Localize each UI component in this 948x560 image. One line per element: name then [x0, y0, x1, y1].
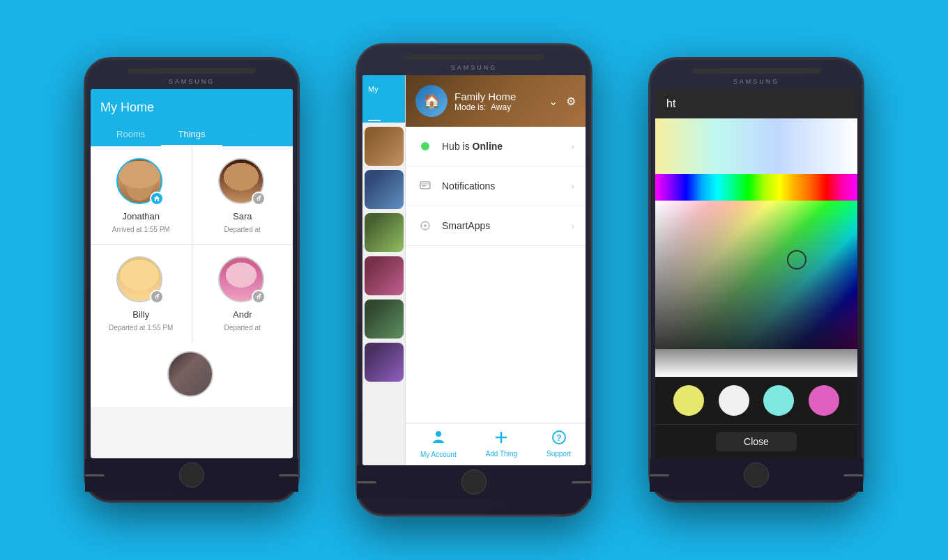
run-icon-3 — [255, 293, 262, 300]
left-header: My Home Rooms Things ··· — [91, 89, 293, 146]
phone-right: SAMSUNG ht — [648, 57, 864, 503]
phone-left: SAMSUNG My Home Rooms Things ··· — [84, 57, 300, 503]
bottom-nav-support[interactable]: ? Support — [546, 430, 571, 458]
andrea-avatar-wrapper — [218, 256, 267, 305]
home-name: Family Home — [454, 91, 542, 102]
menu-item-notifications[interactable]: Notifications › — [406, 166, 586, 206]
room-thumb-2 — [365, 170, 404, 209]
partial-rooms-strip: My — [362, 75, 406, 465]
left-tabs: Rooms Things ··· — [100, 123, 283, 146]
home-icon-circle: 🏠 — [415, 85, 448, 117]
right-header: ht — [655, 89, 857, 118]
right-phone-screen: ht — [655, 89, 857, 458]
bottom-nav-my-account[interactable]: My Account — [420, 429, 457, 458]
smartapps-label: SmartApps — [442, 220, 563, 231]
phones-container: SAMSUNG My Home Rooms Things ··· — [0, 0, 948, 560]
andrea-status: Departed at — [224, 324, 261, 332]
right-nav-recent — [843, 474, 863, 476]
svg-point-13 — [436, 431, 441, 437]
swatch-pink[interactable] — [809, 385, 839, 416]
smartapps-icon — [417, 217, 434, 234]
plus-icon — [494, 430, 509, 445]
room-thumb-3 — [365, 213, 404, 252]
dog-avatar — [167, 351, 213, 397]
tab-rooms[interactable]: Rooms — [100, 123, 161, 146]
support-label: Support — [546, 450, 571, 458]
swatch-cyan[interactable] — [763, 385, 794, 416]
menu-item-hub[interactable]: Hub is Online › — [406, 127, 586, 166]
nav-indicator — [85, 474, 105, 476]
person-icon — [431, 429, 446, 444]
add-thing-label: Add Thing — [486, 450, 517, 458]
tab-extra[interactable]: ··· — [222, 123, 283, 146]
center-phone-brand: SAMSUNG — [357, 64, 591, 71]
jonathan-name: Jonathan — [123, 211, 160, 221]
partial-header: My — [362, 75, 405, 103]
person-cell-sara[interactable]: Sara Departed at — [192, 147, 293, 244]
dog-avatar-wrapper — [167, 351, 216, 400]
settings-gear-icon[interactable]: ⚙ — [566, 95, 576, 108]
center-bottom-nav: My Account Add Thing — [406, 423, 586, 465]
center-top-banner: 🏠 Family Home Mode is: Away ⌄ ⚙ — [406, 75, 586, 127]
my-account-label: My Account — [420, 451, 457, 458]
notifications-label: Notifications — [442, 180, 563, 192]
color-picker-knob[interactable] — [787, 250, 806, 270]
run-icon-2 — [153, 293, 160, 300]
person-cell-andrea[interactable]: Andr Departed at — [192, 245, 293, 343]
center-main-overlay: 🏠 Family Home Mode is: Away ⌄ ⚙ — [406, 75, 586, 465]
room-thumb-4 — [365, 256, 404, 295]
sara-status-badge — [252, 192, 266, 205]
person-cell-jonathan[interactable]: Jonathan Arrived at 1:55 PM — [91, 147, 192, 244]
swatch-white[interactable] — [719, 385, 749, 416]
svg-point-1 — [259, 196, 261, 198]
hub-online-label: Online — [473, 141, 503, 152]
dog-cell — [91, 343, 293, 407]
billy-avatar-wrapper — [116, 256, 165, 305]
phone-center: SAMSUNG My — [356, 43, 592, 517]
my-home-title: My Home — [100, 100, 283, 115]
swatch-yellow[interactable] — [673, 385, 704, 416]
andrea-status-badge — [252, 290, 266, 304]
left-phone-top-bar — [128, 68, 256, 74]
svg-point-8 — [424, 224, 427, 227]
room-thumb-1 — [365, 127, 404, 166]
jonathan-avatar-wrapper — [116, 158, 165, 207]
bottom-nav-add-thing[interactable]: Add Thing — [486, 430, 517, 458]
home-icon-inner: 🏠 — [423, 93, 441, 109]
andrea-name: Andr — [233, 309, 252, 320]
right-phone-brand: SAMSUNG — [650, 78, 863, 85]
partial-header-text: My — [368, 85, 379, 93]
right-nav-back — [650, 474, 669, 476]
right-header-title: ht — [666, 98, 675, 110]
home-icon — [153, 195, 160, 202]
notifications-icon — [417, 178, 434, 194]
chevron-down-icon[interactable]: ⌄ — [549, 95, 558, 108]
left-home-button[interactable] — [179, 462, 204, 488]
color-saturation-area[interactable] — [655, 201, 857, 349]
menu-item-smartapps[interactable]: SmartApps › — [406, 206, 586, 246]
nav-indicator-2 — [279, 474, 298, 476]
color-gradient-top — [655, 118, 857, 174]
billy-status: Departed at 1:55 PM — [109, 324, 173, 332]
tab-things[interactable]: Things — [161, 123, 222, 146]
person-cell-billy[interactable]: Billy Departed at 1:55 PM — [91, 245, 192, 343]
center-nav-recent — [572, 481, 591, 483]
right-home-button[interactable] — [744, 462, 769, 488]
mode-value: Away — [491, 102, 511, 112]
hub-status-text: Hub is Online — [442, 141, 563, 152]
center-home-button[interactable] — [461, 469, 487, 495]
left-phone-brand: SAMSUNG — [85, 78, 298, 85]
color-spectrum-strip[interactable] — [655, 174, 857, 201]
svg-point-2 — [158, 294, 160, 296]
center-home-info: Family Home Mode is: Away — [454, 91, 542, 112]
color-picker-area — [655, 118, 857, 377]
smartapps-svg-icon — [420, 220, 431, 231]
svg-rect-6 — [422, 185, 426, 187]
close-button[interactable]: Close — [716, 432, 797, 451]
billy-name: Billy — [132, 309, 149, 320]
right-close-bar: Close — [655, 424, 857, 458]
home-mode: Mode is: Away — [454, 102, 542, 112]
left-phone-screen: My Home Rooms Things ··· — [91, 89, 293, 458]
left-screen-content: My Home Rooms Things ··· — [91, 89, 293, 458]
jonathan-status-badge — [150, 192, 164, 205]
